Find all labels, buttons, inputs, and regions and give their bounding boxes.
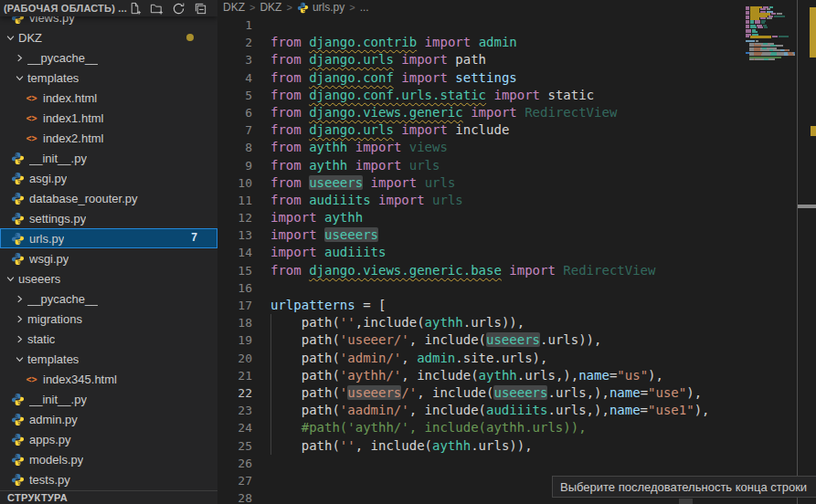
code-line[interactable]: path('aythh/', include(aythh.urls,),name… — [270, 367, 782, 384]
tree-file-asgi.py[interactable]: asgi.py — [0, 168, 217, 188]
code-line[interactable]: path('useeer/', include(useeers.urls)), — [270, 331, 782, 349]
code-line[interactable]: urlpatterns = [ — [270, 297, 782, 314]
chevron-right-icon[interactable] — [14, 333, 25, 344]
tree-folder-templates[interactable]: templates — [0, 68, 217, 88]
tree-folder-DKZ[interactable]: DKZ — [0, 27, 217, 47]
line-number: 20 — [217, 350, 252, 367]
problems-count-badge: 7 — [191, 231, 197, 244]
tree-item-label: DKZ — [18, 31, 42, 45]
breadcrumb-item[interactable]: DKZ — [223, 1, 245, 14]
tree-file-index345.html[interactable]: <>index345.html — [0, 369, 217, 389]
tree-folder-__pycache__[interactable]: __pycache__ — [0, 289, 217, 309]
breadcrumb-item[interactable]: ... — [360, 1, 369, 14]
code-line[interactable]: path('aadmin/', include(audiiits.urls,),… — [270, 402, 782, 419]
line-number: 24 — [217, 419, 252, 436]
code-line[interactable]: path('',include(aythh.urls)), — [270, 314, 782, 331]
tree-folder-static[interactable]: static — [0, 329, 217, 349]
code-token: , include( — [409, 332, 486, 347]
code-area[interactable]: from django.contrib import adminfrom dja… — [270, 16, 782, 504]
line-number: 13 — [217, 226, 252, 244]
code-line[interactable] — [270, 16, 782, 34]
code-token — [302, 263, 309, 278]
breadcrumb-item[interactable]: urls.py — [297, 1, 344, 14]
tree-file-__init__.py[interactable]: __init__.py — [0, 389, 217, 409]
line-number: 23 — [217, 402, 252, 419]
code-token: path( — [270, 438, 340, 453]
code-token: from — [270, 263, 302, 278]
chevron-right-icon[interactable] — [14, 52, 25, 63]
code-token — [270, 420, 302, 435]
code-token: '' — [340, 438, 355, 453]
tree-file-wsgi.py[interactable]: wsgi.py — [0, 248, 217, 268]
code-line[interactable]: from django.views.generic import Redirec… — [270, 104, 782, 121]
tree-item-label: index2.html — [43, 131, 103, 145]
code-token: /' — [401, 385, 417, 400]
code-line[interactable]: import aythh — [270, 209, 782, 226]
chevron-right-icon[interactable] — [14, 313, 25, 324]
tree-file-index2.html[interactable]: <>index2.html — [0, 128, 217, 148]
code-line[interactable]: from aythh import urls — [270, 157, 782, 174]
code-line[interactable]: import audiiits — [270, 244, 782, 261]
code-token — [401, 140, 408, 154]
line-number: 19 — [217, 331, 252, 349]
code-line[interactable]: path('', include(aythh.urls)), — [270, 437, 782, 455]
tree-item-label: asgi.py — [29, 172, 67, 185]
breadcrumb-label: ... — [360, 1, 369, 14]
code-token — [401, 158, 408, 173]
tree-folder-templates[interactable]: templates — [0, 349, 217, 369]
eol-tooltip: Выберите последовательность конца строки — [552, 476, 816, 498]
tree-item-label: __pycache__ — [27, 292, 98, 306]
tree-folder-useeers[interactable]: useeers — [0, 268, 217, 289]
tree-file-urls.py[interactable]: urls.py7 — [0, 228, 217, 248]
chevron-right-icon[interactable] — [14, 293, 25, 304]
chevron-down-icon[interactable] — [14, 353, 25, 364]
breadcrumb-item[interactable]: DKZ — [260, 1, 281, 14]
code-line[interactable]: from aythh import views — [270, 139, 782, 156]
chevron-down-icon[interactable] — [5, 273, 16, 284]
tree-file-tests.py[interactable]: tests.py — [0, 469, 217, 489]
tree-file-admin.py[interactable]: admin.py — [0, 409, 217, 429]
chevron-down-icon[interactable] — [14, 72, 25, 83]
tree-file-apps.py[interactable]: apps.py — [0, 429, 217, 449]
code-token: import — [270, 210, 317, 225]
tree-file-index1.html[interactable]: <>index1.html — [0, 108, 217, 128]
code-line[interactable]: #path('aythh/', include(aythh.urls)), — [270, 419, 782, 436]
new-file-icon[interactable] — [127, 1, 142, 16]
code-line[interactable]: from django.contrib import admin — [270, 34, 782, 51]
code-line[interactable]: from audiiits import urls — [270, 192, 782, 209]
line-number: 3 — [217, 51, 252, 68]
explorer-sidebar: (РАБОЧАЯ ОБЛАСТЬ) ... — [0, 0, 217, 504]
tree-file-models.py[interactable]: models.py — [0, 449, 217, 469]
refresh-icon[interactable] — [171, 1, 185, 16]
code-line[interactable]: from django.conf import settings — [270, 69, 782, 87]
tree-file-settings.py[interactable]: settings.py — [0, 208, 217, 228]
tree-folder-migrations[interactable]: migrations — [0, 309, 217, 329]
code-line[interactable] — [270, 279, 782, 297]
python-file-icon — [11, 433, 25, 446]
new-folder-icon[interactable] — [149, 1, 164, 16]
overview-ruler[interactable] — [798, 0, 816, 504]
code-token: views — [409, 140, 448, 154]
tree-item-label: index.html — [43, 91, 97, 105]
code-line[interactable]: path('admin/', admin.site.urls), — [270, 350, 782, 367]
code-token: , include( — [355, 438, 432, 453]
code-line[interactable]: from django.views.generic.base import Re… — [270, 262, 782, 279]
code-token: useeers — [309, 175, 363, 190]
code-token: .urls)), — [463, 315, 525, 330]
code-line[interactable]: path('useeers/', include(useeers.urls,),… — [270, 384, 782, 402]
code-line[interactable]: from django.urls import path — [270, 51, 782, 68]
tree-folder-__pycache__[interactable]: __pycache__ — [0, 47, 217, 68]
tree-file-database_roouter.py[interactable]: database_roouter.py — [0, 188, 217, 208]
code-line[interactable]: from django.urls import include — [270, 121, 782, 139]
tree-file-__init__.py[interactable]: __init__.py — [0, 148, 217, 168]
code-line[interactable]: import useeers — [270, 226, 782, 244]
code-line[interactable]: from django.conf.urls.static import stat… — [270, 87, 782, 104]
tree-file-index.html[interactable]: <>index.html — [0, 88, 217, 108]
code-line[interactable]: from useeers import urls — [270, 174, 782, 192]
collapse-all-icon[interactable] — [193, 1, 207, 16]
code-token: useeers — [347, 385, 401, 400]
code-token: = — [641, 403, 648, 417]
code-line[interactable] — [270, 455, 782, 472]
chevron-down-icon[interactable] — [5, 32, 16, 43]
outline-section-header[interactable]: СТРУКТУРА — [0, 490, 217, 504]
